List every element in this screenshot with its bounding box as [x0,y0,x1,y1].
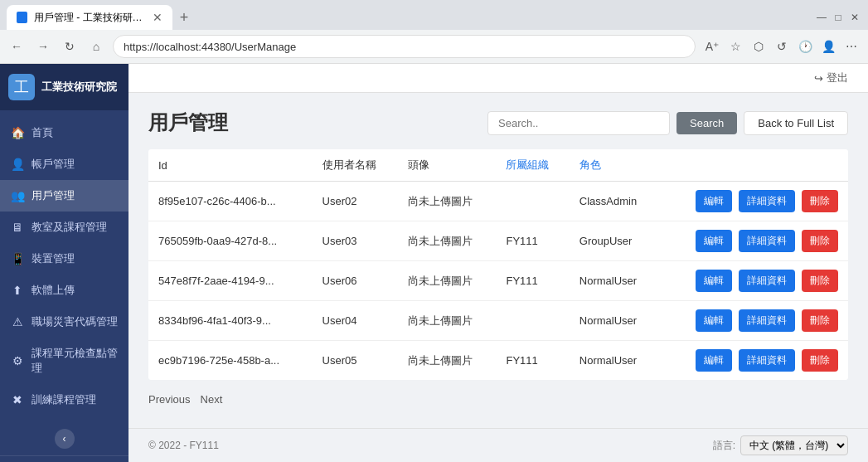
title-search-row: 用戶管理 Search Back to Full List [148,109,848,136]
maximize-button[interactable]: □ [832,11,845,24]
cell-username: User05 [313,341,398,381]
browser-tab[interactable]: 用戶管理 - 工業技術研究院 ✕ [7,5,172,30]
forward-button[interactable]: → [33,36,53,56]
col-org[interactable]: 所屬組織 [496,149,569,182]
cell-avatar: 尚未上傳圖片 [398,341,497,381]
menu-icon[interactable]: ⋯ [841,36,861,56]
col-id: Id [148,149,313,182]
close-tab-button[interactable]: ✕ [153,11,162,24]
col-actions [659,149,848,182]
cell-actions: 編輯 詳細資料 刪除 [659,261,848,301]
sidebar-item-home[interactable]: 🏠 首頁 [0,117,129,148]
cell-username: User02 [313,182,398,221]
window-controls: — □ ✕ [815,11,861,24]
sidebar: 工 工業技術研究院 🏠 首頁 👤 帳戶管理 👥 用戶管理 🖥 教室及課程管理 📱 [0,64,129,462]
sidebar-item-device-label: 裝置管理 [32,251,75,266]
col-role[interactable]: 角色 [570,149,659,182]
cell-role: GroupUser [570,221,659,261]
delete-button[interactable]: 刪除 [802,270,838,292]
next-button[interactable]: Next [201,393,223,406]
account-icon: 👤 [10,157,25,172]
delete-button[interactable]: 刪除 [802,309,838,332]
table-row: ec9b7196-725e-458b-a... User05 尚未上傳圖片 FY… [148,341,848,381]
logout-button[interactable]: ↪ 登出 [814,71,848,85]
sidebar-item-home-label: 首頁 [32,125,53,140]
table-row: 547e8f7f-2aae-4194-9... User06 尚未上傳圖片 FY… [148,261,848,301]
sidebar-item-disaster-label: 職場災害代碼管理 [32,314,118,329]
edit-button[interactable]: 編輯 [696,270,732,292]
app-container: 工 工業技術研究院 🏠 首頁 👤 帳戶管理 👥 用戶管理 🖥 教室及課程管理 📱 [0,64,868,462]
detail-button[interactable]: 詳細資料 [739,230,795,252]
delete-button[interactable]: 刪除 [802,230,838,252]
table-header: Id 使用者名稱 頭像 所屬組織 角色 [148,149,848,182]
cell-avatar: 尚未上傳圖片 [398,301,497,341]
reload-button[interactable]: ↻ [60,36,80,56]
back-button[interactable]: ← [7,36,27,56]
cell-org [496,182,569,221]
browser-chrome: 用戶管理 - 工業技術研究院 ✕ + — □ ✕ ← → ↻ ⌂ https:/… [0,0,868,64]
detail-button[interactable]: 詳細資料 [739,270,795,292]
cell-org: FY111 [496,341,569,381]
tab-title: 用戶管理 - 工業技術研究院 [34,11,143,25]
full-list-button[interactable]: Back to Full List [744,111,848,135]
extension-icon[interactable]: ⬡ [749,36,769,56]
minimize-button[interactable]: — [815,11,828,24]
cell-avatar: 尚未上傳圖片 [398,221,497,261]
action-buttons: 編輯 詳細資料 刪除 [669,349,838,372]
sidebar-item-account[interactable]: 👤 帳戶管理 [0,148,129,180]
table-row: 8334bf96-4fa1-40f3-9... User04 尚未上傳圖片 No… [148,301,848,341]
sidebar-item-disaster[interactable]: ⚠ 職場災害代碼管理 [0,306,129,338]
delete-button[interactable]: 刪除 [802,349,838,372]
software-icon: ⬆ [10,283,25,298]
sidebar-logo: 工 工業技術研究院 [0,64,129,110]
detail-button[interactable]: 詳細資料 [739,309,795,332]
cell-username: User04 [313,301,398,341]
action-buttons: 編輯 詳細資料 刪除 [669,190,838,212]
cell-actions: 編輯 詳細資料 刪除 [659,301,848,341]
pagination: Previous Next [148,380,848,409]
translate-icon[interactable]: A⁺ [702,36,722,56]
cell-id: ec9b7196-725e-458b-a... [148,341,313,381]
bookmark-icon[interactable]: ☆ [725,36,745,56]
language-dropdown[interactable]: 中文 (繁體，台灣) [740,435,848,455]
cell-role: NormalUser [570,341,659,381]
cell-id: 8f95e107-c26c-4406-b... [148,182,313,221]
user-icon: 👥 [10,188,25,203]
profile-icon[interactable]: 👤 [818,36,838,56]
edit-button[interactable]: 編輯 [696,309,732,332]
home-button[interactable]: ⌂ [86,36,106,56]
sidebar-item-software[interactable]: ⬆ 軟體上傳 [0,275,129,306]
sidebar-item-classroom[interactable]: 🖥 教室及課程管理 [0,212,129,243]
sidebar-collapse-button[interactable]: ‹ [55,429,75,449]
sidebar-nav: 🏠 首頁 👤 帳戶管理 👥 用戶管理 🖥 教室及課程管理 📱 裝置管理 ⬆ [0,110,129,422]
cell-role: NormalUser [570,301,659,341]
copyright-text: © 2022 - FY111 [148,440,219,451]
edit-button[interactable]: 編輯 [696,190,732,212]
search-input[interactable] [487,111,670,135]
table-row: 8f95e107-c26c-4406-b... User02 尚未上傳圖片 Cl… [148,182,848,221]
col-username: 使用者名稱 [313,149,398,182]
search-button[interactable]: Search [676,112,737,134]
sidebar-item-training[interactable]: ✖ 訓練課程管理 [0,384,129,416]
page-title: 用戶管理 [148,109,228,136]
sidebar-item-user[interactable]: 👥 用戶管理 [0,180,129,212]
detail-button[interactable]: 詳細資料 [739,190,795,212]
url-input[interactable]: https://localhost:44380/UserManage [113,35,696,58]
detail-button[interactable]: 詳細資料 [739,349,795,372]
delete-button[interactable]: 刪除 [802,190,838,212]
sidebar-item-course-check-label: 課程單元檢查點管理 [32,346,119,376]
edit-button[interactable]: 編輯 [696,349,732,372]
new-tab-button[interactable]: + [172,6,196,29]
close-window-button[interactable]: ✕ [848,11,861,24]
previous-button[interactable]: Previous [148,393,191,406]
sidebar-item-device[interactable]: 📱 裝置管理 [0,243,129,275]
history-icon[interactable]: 🕐 [795,36,815,56]
edit-button[interactable]: 編輯 [696,230,732,252]
refresh-icon[interactable]: ↺ [772,36,792,56]
sidebar-item-account-label: 帳戶管理 [32,157,75,172]
sidebar-item-course-check[interactable]: ⚙ 課程單元檢查點管理 [0,338,129,384]
main-content: 用戶管理 Search Back to Full List Id 使用者名稱 頭… [129,93,868,428]
logo-text: 工業技術研究院 [41,80,117,95]
sidebar-item-classroom-label: 教室及課程管理 [32,220,107,235]
course-check-icon: ⚙ [10,353,25,368]
